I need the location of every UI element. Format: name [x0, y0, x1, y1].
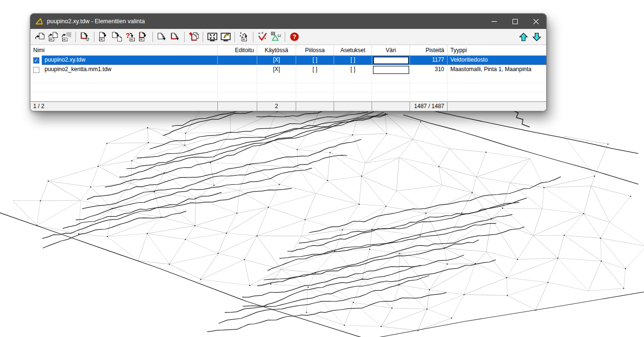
toolbar-separator [94, 32, 94, 42]
window-title: puupino2.xy.tdw - Elementtien valinta [47, 18, 484, 25]
cell-tyyppi: Maastomalli, Pinta 1, Maanpinta [448, 65, 545, 74]
check-points-icon [258, 32, 268, 42]
column-header-pisteita[interactable]: Pisteitä [410, 45, 448, 55]
toolbar-separator [152, 32, 153, 42]
move-down-button[interactable] [530, 30, 543, 43]
save-file-as-icon [112, 32, 122, 42]
cell-vari [372, 56, 410, 64]
export-file-button[interactable] [155, 30, 168, 43]
status-point-count: 1487 / 1487 [410, 102, 448, 111]
status-cell [372, 102, 410, 111]
save-file-format-button[interactable] [97, 30, 110, 43]
file-list: Nimi Editoitu Käytössä Piilossa Asetukse… [30, 45, 546, 111]
export-active-file-icon [170, 32, 180, 42]
triangle-count-icon: 12 [271, 32, 281, 42]
status-cell [218, 102, 257, 111]
cell-pisteita: 310 [410, 65, 448, 74]
move-up-button[interactable] [517, 30, 530, 43]
toolbar: ? 12 ? [30, 29, 546, 45]
cell-asetukset[interactable]: [ ] [334, 56, 372, 64]
import-hatch-button[interactable] [60, 30, 73, 43]
svg-text:?: ? [125, 32, 130, 39]
element-selection-dialog: puupino2.xy.tdw - Elementtien valinta ? … [30, 13, 547, 111]
cell-nimi: puupino2_kentta.mm1.tdw [42, 65, 218, 74]
move-down-icon [532, 32, 541, 42]
new-file-button[interactable] [187, 30, 200, 43]
open-file-icon [35, 32, 45, 42]
column-header-tyyppi[interactable]: Tyyppi [448, 45, 545, 55]
triangle-count-button[interactable]: 12 [269, 30, 282, 43]
svg-text:12: 12 [277, 34, 281, 38]
cell-kaytossa[interactable]: [X] [257, 65, 296, 74]
cell-editoitu [218, 56, 257, 64]
add-file-button[interactable] [78, 30, 92, 43]
new-file-icon [189, 32, 199, 42]
toolbar-separator [285, 32, 285, 42]
column-header-asetukset[interactable]: Asetukset [334, 45, 372, 55]
add-file-icon [80, 32, 90, 42]
save-active-file-icon [139, 32, 149, 42]
list-header: Nimi Editoitu Käytössä Piilossa Asetukse… [30, 45, 546, 55]
toolbar-separator [203, 32, 203, 42]
cell-editoitu [218, 65, 257, 74]
zoom-fit-button[interactable] [205, 30, 219, 43]
maximize-button[interactable] [504, 14, 525, 29]
empty-row [30, 74, 546, 83]
row-checkbox-unchecked[interactable] [33, 67, 39, 73]
redraw-icon [221, 32, 231, 42]
color-swatch[interactable] [373, 57, 409, 64]
minimize-button[interactable] [484, 14, 504, 29]
status-cell [448, 102, 545, 111]
open-file-button[interactable] [33, 30, 47, 43]
help-button[interactable]: ? [288, 30, 301, 43]
cell-nimi: puupino2.xy.tdw [42, 56, 218, 64]
save-active-file-button[interactable] [137, 30, 150, 43]
column-header-piilossa[interactable]: Piilossa [296, 45, 334, 55]
status-cell [296, 102, 334, 111]
empty-row [30, 83, 546, 92]
column-header-nimi[interactable]: Nimi [30, 45, 218, 55]
save-file-as-button[interactable] [110, 30, 123, 43]
color-swatch[interactable] [373, 66, 409, 74]
toolbar-separator [75, 32, 76, 42]
zoom-fit-icon [207, 32, 217, 42]
cell-vari [372, 65, 410, 74]
move-up-icon [519, 32, 528, 42]
app-logo-icon [35, 18, 43, 25]
titlebar[interactable]: puupino2.xy.tdw - Elementtien valinta [30, 14, 546, 29]
cell-piilossa[interactable]: [ ] [296, 56, 334, 64]
save-file-format-icon [99, 32, 109, 42]
redraw-button[interactable] [219, 30, 232, 43]
export-active-file-button[interactable] [168, 30, 182, 43]
open-file-format-icon [48, 32, 58, 42]
empty-row [30, 92, 546, 101]
status-cell [334, 102, 372, 111]
cell-piilossa[interactable]: [ ] [296, 65, 334, 74]
table-row-puupino2[interactable]: ✓ puupino2.xy.tdw [X] [ ] [ ] 1177 Vekto… [30, 55, 546, 65]
svg-text:?: ? [292, 33, 296, 40]
export-file-icon [157, 32, 167, 42]
toolbar-separator [234, 32, 235, 42]
cell-kaytossa[interactable]: [X] [257, 56, 296, 64]
table-row-puupino2-kentta[interactable]: puupino2_kentta.mm1.tdw [X] [ ] [ ] 310 … [30, 65, 546, 74]
column-header-editoitu[interactable]: Editoitu [218, 45, 257, 55]
import-hatch-icon [62, 32, 72, 42]
row-checkbox-checked[interactable]: ✓ [33, 57, 39, 64]
cell-tyyppi: Vektoritiedosto [448, 56, 545, 64]
check-points-button[interactable] [256, 30, 269, 43]
toolbar-separator [253, 32, 253, 42]
help-icon: ? [289, 32, 299, 42]
maximize-icon [513, 19, 518, 24]
close-button[interactable] [525, 14, 546, 29]
column-header-kaytossa[interactable]: Käytössä [257, 45, 296, 55]
row-checkbox-cell: ✓ [30, 55, 42, 65]
save-query-button[interactable]: ? [123, 30, 137, 43]
open-file-format-button[interactable] [47, 30, 60, 43]
cell-asetukset[interactable]: [ ] [334, 65, 372, 74]
column-header-vari[interactable]: Väri [372, 45, 410, 55]
cell-pisteita: 1177 [410, 56, 448, 64]
point-filter-icon [239, 32, 249, 42]
point-filter-button[interactable] [237, 30, 251, 43]
save-query-icon: ? [125, 32, 135, 42]
status-file-index: 1 / 2 [30, 102, 218, 111]
